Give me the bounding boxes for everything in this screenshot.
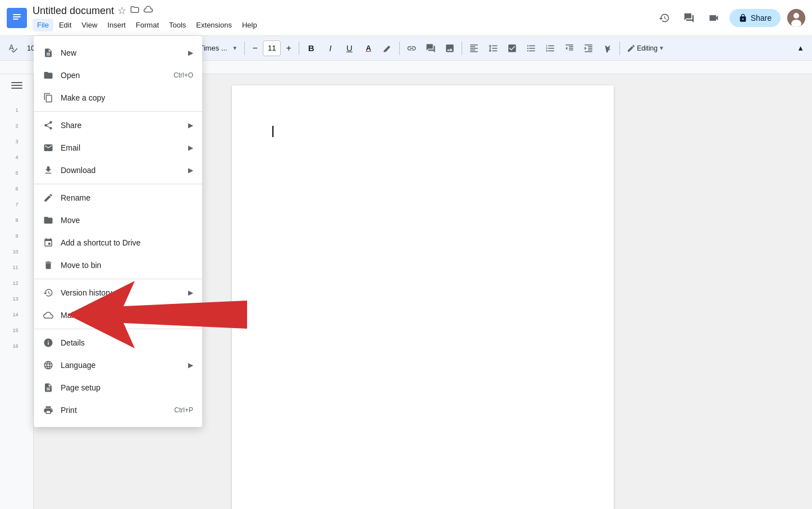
- meet-button[interactable]: [705, 9, 723, 27]
- open-label: Open: [61, 71, 174, 80]
- download-icon: [43, 165, 54, 176]
- highlight-btn[interactable]: [379, 39, 396, 57]
- new-icon: [43, 47, 54, 58]
- menu-section-1: Share▶Email▶Download▶: [34, 112, 202, 184]
- share-label: Share: [751, 13, 772, 22]
- svg-rect-1: [13, 14, 21, 15]
- checklist-btn[interactable]: [504, 39, 521, 57]
- menu-format[interactable]: Format: [131, 19, 163, 31]
- rename-label: Rename: [61, 193, 193, 202]
- ruler-numbers: 1 2 3 4 5 6 7 8 9 10 11 12 13 14 15 16: [12, 102, 20, 354]
- font-size-plus[interactable]: +: [282, 39, 295, 57]
- details-icon: [43, 337, 54, 348]
- bold-btn[interactable]: B: [303, 39, 320, 57]
- move-to-bin-label: Move to bin: [61, 261, 193, 270]
- doc-page[interactable]: [232, 85, 614, 509]
- download-label: Download: [61, 166, 188, 175]
- share-button[interactable]: Share: [729, 9, 781, 27]
- menu-item-page-setup[interactable]: Page setup: [34, 376, 202, 399]
- menu-file[interactable]: File: [33, 19, 53, 31]
- title-bar: Untitled document ☆ File Edit View Inser…: [0, 0, 812, 36]
- doc-title[interactable]: Untitled document: [33, 5, 114, 17]
- font-size-area: − +: [248, 39, 295, 57]
- spellcheck-btn[interactable]: [4, 39, 21, 57]
- language-label: Language: [61, 361, 188, 370]
- menu-section-4: DetailsLanguage▶Page setupPrintCtrl+P: [34, 329, 202, 424]
- new-arrow: ▶: [188, 49, 193, 57]
- menu-item-rename[interactable]: Rename: [34, 187, 202, 209]
- move-label: Move: [61, 216, 193, 225]
- history-button[interactable]: [655, 9, 673, 27]
- font-name-btn[interactable]: Times ... ▼: [196, 39, 241, 57]
- menu-item-make-offline[interactable]: Make available offline: [34, 304, 202, 326]
- image-btn[interactable]: [441, 39, 458, 57]
- menu-insert[interactable]: Insert: [103, 19, 130, 31]
- underline-btn[interactable]: U: [341, 39, 358, 57]
- email-icon: [43, 142, 54, 153]
- sep-6: [462, 42, 462, 55]
- collapse-btn[interactable]: ▲: [793, 39, 808, 57]
- menu-item-share[interactable]: Share▶: [34, 114, 202, 137]
- indent-increase-btn[interactable]: [580, 39, 597, 57]
- line-spacing-btn[interactable]: [485, 39, 501, 57]
- download-arrow: ▶: [188, 166, 193, 174]
- numbered-list-btn[interactable]: [542, 39, 559, 57]
- italic-btn[interactable]: I: [322, 39, 339, 57]
- version-history-arrow: ▶: [188, 289, 193, 297]
- clear-formatting-btn[interactable]: [599, 39, 616, 57]
- align-btn[interactable]: [466, 39, 482, 57]
- menu-item-email[interactable]: Email▶: [34, 137, 202, 159]
- svg-rect-2: [13, 16, 21, 17]
- text-color-btn[interactable]: A: [360, 39, 377, 57]
- version-history-icon: [43, 287, 54, 298]
- menu-item-details[interactable]: Details: [34, 331, 202, 354]
- rename-icon: [43, 192, 54, 203]
- new-label: New: [61, 48, 188, 57]
- menu-item-new[interactable]: New▶: [34, 42, 202, 64]
- link-btn[interactable]: [403, 39, 420, 57]
- menu-item-open[interactable]: OpenCtrl+O: [34, 64, 202, 87]
- menu-item-version-history[interactable]: Version history▶: [34, 281, 202, 304]
- sep-4: [299, 42, 299, 55]
- menu-item-move[interactable]: Move: [34, 209, 202, 231]
- user-avatar[interactable]: [787, 9, 805, 27]
- sep-7: [619, 42, 620, 55]
- menu-extensions[interactable]: Extensions: [191, 19, 236, 31]
- folder-icon[interactable]: [130, 4, 140, 17]
- indent-decrease-btn[interactable]: [561, 39, 578, 57]
- outline-toggle[interactable]: [11, 80, 22, 91]
- make-copy-icon: [43, 92, 54, 103]
- comment-toolbar-btn[interactable]: [422, 39, 439, 57]
- menu-item-language[interactable]: Language▶: [34, 354, 202, 376]
- open-icon: [43, 70, 54, 81]
- menu-edit[interactable]: Edit: [54, 19, 76, 31]
- add-shortcut-icon: [43, 237, 54, 248]
- svg-rect-0: [11, 10, 23, 26]
- details-label: Details: [61, 338, 193, 347]
- sep-3: [244, 42, 245, 55]
- menu-section-2: RenameMoveAdd a shortcut to DriveMove to…: [34, 184, 202, 279]
- comments-button[interactable]: [680, 9, 698, 27]
- sep-5: [399, 42, 400, 55]
- make-offline-icon: [43, 310, 54, 321]
- language-arrow: ▶: [188, 361, 193, 369]
- menu-help[interactable]: Help: [238, 19, 262, 31]
- font-size-input[interactable]: [263, 40, 281, 56]
- menu-item-print[interactable]: PrintCtrl+P: [34, 399, 202, 421]
- print-icon: [43, 405, 54, 416]
- editing-mode-btn[interactable]: Editing ▼: [623, 39, 668, 57]
- menu-item-download[interactable]: Download▶: [34, 159, 202, 181]
- language-icon: [43, 360, 54, 371]
- page-setup-icon: [43, 382, 54, 393]
- make-offline-label: Make available offline: [61, 311, 193, 320]
- bullet-list-btn[interactable]: [523, 39, 540, 57]
- font-size-minus[interactable]: −: [248, 39, 262, 57]
- star-icon[interactable]: ☆: [117, 4, 126, 17]
- menu-view[interactable]: View: [77, 19, 102, 31]
- menu-item-add-shortcut[interactable]: Add a shortcut to Drive: [34, 231, 202, 254]
- menu-tools[interactable]: Tools: [165, 19, 190, 31]
- cloud-icon[interactable]: [143, 4, 153, 17]
- menu-item-move-to-bin[interactable]: Move to bin: [34, 254, 202, 276]
- menu-item-make-copy[interactable]: Make a copy: [34, 87, 202, 109]
- file-menu-dropdown: New▶OpenCtrl+OMake a copyShare▶Email▶Dow…: [34, 36, 202, 427]
